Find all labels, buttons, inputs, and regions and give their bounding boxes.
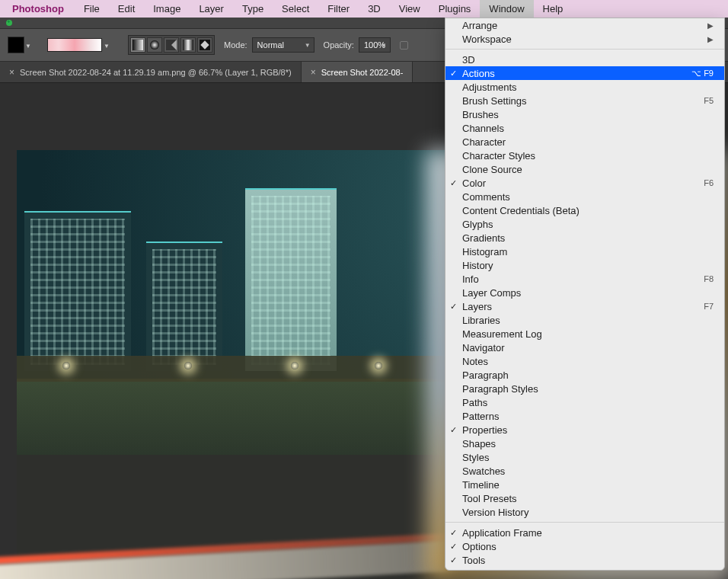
- menu-item-application-frame[interactable]: ✓Application Frame: [445, 526, 724, 539]
- menu-item-label: Brushes: [462, 109, 499, 120]
- menu-item-label: Layers: [462, 301, 492, 312]
- gradient-angle-icon[interactable]: [164, 37, 179, 53]
- menu-item-actions[interactable]: ✓Actions⌥ F9: [445, 66, 724, 80]
- menu-item-clone-source[interactable]: Clone Source: [445, 162, 724, 176]
- shortcut-label: ⌥ F9: [691, 69, 714, 78]
- menu-item-navigator[interactable]: Navigator: [445, 341, 724, 354]
- chevron-down-icon[interactable]: ▼: [104, 43, 110, 50]
- menu-item-brush-settings[interactable]: Brush SettingsF5: [445, 94, 724, 107]
- menu-item-label: Glyphs: [462, 219, 493, 230]
- image-buildings: [17, 173, 433, 371]
- menu-item-arrange[interactable]: Arrange▶: [445, 18, 724, 32]
- home-dot-icon[interactable]: [6, 20, 12, 26]
- menu-item-help[interactable]: Help: [534, 0, 573, 18]
- shortcut-label: F5: [704, 96, 714, 105]
- menu-item-label: Layer Comps: [462, 287, 521, 299]
- menu-item-history[interactable]: History: [445, 258, 724, 272]
- check-icon: ✓: [450, 178, 457, 188]
- menu-item-channels[interactable]: Channels: [445, 121, 724, 135]
- gradient-diamond-icon[interactable]: [197, 37, 212, 53]
- menu-item-patterns[interactable]: Patterns: [445, 409, 724, 423]
- menu-item-file[interactable]: File: [75, 0, 109, 18]
- menu-item-paths[interactable]: Paths: [445, 395, 724, 409]
- menu-item-image[interactable]: Image: [144, 0, 190, 18]
- svg-rect-0: [133, 40, 143, 50]
- chevron-down-icon[interactable]: ▼: [25, 43, 31, 50]
- menu-item-label: Character Styles: [462, 150, 535, 162]
- reverse-checkbox[interactable]: [400, 41, 408, 50]
- menu-item-libraries[interactable]: Libraries: [445, 313, 724, 327]
- menu-item-label: Tools: [462, 555, 485, 566]
- menu-item-comments[interactable]: Comments: [445, 190, 724, 203]
- check-icon: ✓: [450, 69, 457, 78]
- menu-item-tools[interactable]: ✓Tools: [445, 553, 724, 567]
- menu-item-label: Comments: [462, 191, 510, 203]
- menu-item-type[interactable]: Type: [233, 0, 273, 18]
- menu-item-shapes[interactable]: Shapes: [445, 437, 724, 450]
- menu-item-label: Swatches: [462, 465, 505, 477]
- document-tab[interactable]: ×Screen Shot 2022-08-24 at 11.29.19 am.p…: [0, 62, 302, 82]
- menu-item-label: Color: [462, 178, 486, 189]
- opacity-control: Opacity: 100%▼: [324, 37, 391, 53]
- menu-item-glyphs[interactable]: Glyphs: [445, 217, 724, 231]
- tab-title: Screen Shot 2022-08-: [321, 68, 404, 77]
- menu-item-label: Adjustments: [462, 82, 517, 93]
- menu-item-properties[interactable]: ✓Properties: [445, 423, 724, 437]
- menu-item-workspace[interactable]: Workspace▶: [445, 32, 724, 46]
- document-tab[interactable]: ×Screen Shot 2022-08-: [302, 62, 413, 82]
- tab-title: Screen Shot 2022-08-24 at 11.29.19 am.pn…: [20, 68, 292, 77]
- gradient-linear-icon[interactable]: [130, 37, 145, 53]
- menu-item-adjustments[interactable]: Adjustments: [445, 80, 724, 94]
- foreground-swatch[interactable]: ▼: [8, 37, 24, 53]
- menu-item-histogram[interactable]: Histogram: [445, 245, 724, 258]
- menu-item-tool-presets[interactable]: Tool Presets: [445, 491, 724, 505]
- mode-select[interactable]: Normal▼: [252, 37, 315, 53]
- gradient-reflected-icon[interactable]: [180, 37, 196, 53]
- menu-item-character[interactable]: Character: [445, 135, 724, 149]
- menu-item-paragraph[interactable]: Paragraph: [445, 368, 724, 382]
- menu-item-edit[interactable]: Edit: [109, 0, 144, 18]
- gradient-radial-icon[interactable]: [147, 37, 162, 53]
- menu-item-layer-comps[interactable]: Layer Comps: [445, 286, 724, 299]
- gradient-sample[interactable]: ▼: [47, 38, 102, 52]
- menu-item-label: Histogram: [462, 246, 507, 258]
- menu-item-label: 3D: [462, 54, 475, 66]
- menu-item-label: Workspace: [462, 34, 512, 45]
- menu-item-brushes[interactable]: Brushes: [445, 107, 724, 121]
- menu-item-label: Timeline: [462, 479, 500, 491]
- menu-item-label: Libraries: [462, 315, 500, 326]
- menu-item-layers[interactable]: ✓LayersF7: [445, 299, 724, 313]
- menu-item-character-styles[interactable]: Character Styles: [445, 149, 724, 162]
- menu-item-options[interactable]: ✓Options: [445, 539, 724, 553]
- menu-item-filter[interactable]: Filter: [318, 0, 359, 18]
- menu-item-notes[interactable]: Notes: [445, 354, 724, 368]
- close-icon[interactable]: ×: [311, 67, 316, 78]
- menu-item-timeline[interactable]: Timeline: [445, 478, 724, 491]
- chevron-down-icon: ▼: [305, 42, 311, 49]
- menu-item-measurement-log[interactable]: Measurement Log: [445, 327, 724, 341]
- shortcut-label: F7: [704, 302, 714, 311]
- menu-item-paragraph-styles[interactable]: Paragraph Styles: [445, 382, 724, 395]
- mode-control: Mode: Normal▼: [224, 37, 315, 53]
- menu-item-select[interactable]: Select: [273, 0, 318, 18]
- close-icon[interactable]: ×: [9, 67, 14, 78]
- menu-item-window[interactable]: Window: [480, 0, 533, 18]
- menu-item-swatches[interactable]: Swatches: [445, 464, 724, 478]
- menu-item-gradients[interactable]: Gradients: [445, 231, 724, 245]
- menu-item-3d[interactable]: 3D: [445, 53, 724, 66]
- menu-item-view[interactable]: View: [390, 0, 429, 18]
- menu-item-label: Arrange: [462, 20, 497, 31]
- menu-item-layer[interactable]: Layer: [190, 0, 233, 18]
- menu-item-plugins[interactable]: Plugins: [429, 0, 481, 18]
- menubar: Photoshop FileEditImageLayerTypeSelectFi…: [0, 0, 728, 18]
- menu-item-content-credentials-beta-[interactable]: Content Credentials (Beta): [445, 203, 724, 217]
- opacity-select[interactable]: 100%▼: [359, 37, 391, 53]
- check-icon: ✓: [450, 542, 457, 552]
- menu-item-styles[interactable]: Styles: [445, 450, 724, 464]
- menu-item-color[interactable]: ✓ColorF6: [445, 176, 724, 190]
- menu-item-label: Shapes: [462, 438, 496, 449]
- menu-item-version-history[interactable]: Version History: [445, 505, 724, 519]
- chevron-right-icon: ▶: [707, 21, 714, 30]
- menu-item-info[interactable]: InfoF8: [445, 272, 724, 286]
- menu-item-3d[interactable]: 3D: [359, 0, 390, 18]
